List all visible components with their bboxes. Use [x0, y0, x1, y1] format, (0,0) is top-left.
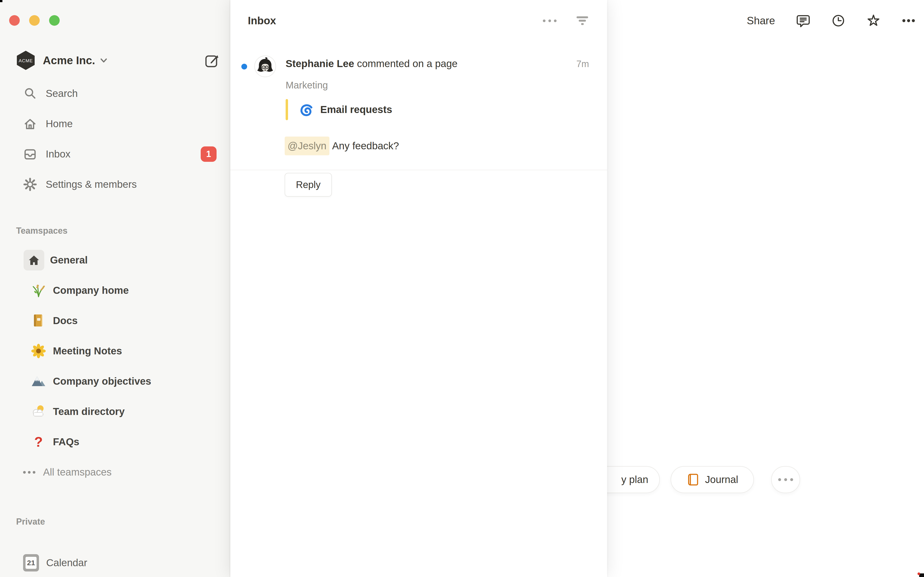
page-label: Meeting Notes: [53, 345, 122, 357]
inbox-panel: Inbox: [230, 0, 607, 577]
all-teamspaces-label: All teamspaces: [43, 466, 111, 478]
unread-indicator: [241, 64, 247, 69]
sun-cloud-icon: [31, 404, 46, 419]
recording-dot-artifact: [918, 572, 920, 575]
notification-divider: [230, 170, 607, 170]
page-item-meeting-notes[interactable]: Meeting Notes: [0, 336, 230, 366]
comments-button[interactable]: [796, 14, 810, 27]
rice-sheaf-icon: [31, 283, 46, 298]
timestamp: 7m: [576, 58, 589, 70]
teamspace-label: General: [50, 255, 87, 266]
house-icon: [24, 250, 44, 271]
notification-headline: Stephanie Lee commented on a page 7m: [286, 58, 589, 70]
teamspace-item-general[interactable]: General: [0, 245, 230, 275]
all-teamspaces-button[interactable]: All teamspaces: [0, 457, 230, 487]
more-pages-button[interactable]: [771, 466, 800, 493]
ellipsis-icon: [543, 19, 557, 22]
private-list: 21 Calendar: [0, 548, 230, 577]
new-page-button[interactable]: [204, 52, 220, 68]
filter-icon: [576, 15, 588, 27]
page-item-faqs[interactable]: ? FAQs: [0, 427, 230, 457]
sidebar-item-label: Search: [46, 88, 78, 99]
star-icon: [866, 13, 880, 28]
history-button[interactable]: [831, 14, 845, 27]
minimize-window-button[interactable]: [29, 15, 40, 26]
favorite-button[interactable]: [866, 14, 880, 27]
actor-name: Stephanie Lee: [286, 58, 354, 70]
workspace-switcher[interactable]: ACME Acme Inc.: [15, 49, 199, 71]
notification-context: Marketing: [286, 80, 328, 91]
window-controls: [9, 15, 60, 26]
page-label: Calendar: [46, 557, 87, 569]
quoted-page-block: Email requests: [286, 99, 392, 120]
gear-icon: [23, 177, 37, 191]
svg-text:ACME: ACME: [19, 58, 33, 63]
inbox-icon: [23, 147, 37, 161]
sidebar-item-label: Inbox: [46, 148, 71, 160]
more-options-button[interactable]: [901, 14, 916, 27]
journal-pill-label: Journal: [705, 474, 738, 485]
action-text: commented on a page: [354, 58, 458, 70]
mountain-icon: [31, 374, 46, 389]
sidebar-item-label: Settings & members: [46, 179, 137, 190]
sidebar-nav: Search Home Inbox 1: [0, 78, 230, 200]
sidebar-item-home[interactable]: Home: [0, 109, 230, 139]
ellipsis-icon: [23, 471, 36, 474]
cyclone-icon: [299, 102, 314, 117]
journal-page-pill[interactable]: Journal: [670, 466, 754, 493]
notebook-icon: [31, 313, 46, 329]
comment-icon: [796, 14, 810, 27]
app-window: ACME Acme Inc. Search: [0, 0, 924, 577]
ellipsis-icon: [778, 478, 781, 481]
inbox-panel-header: Inbox: [248, 11, 589, 30]
sidebar-item-search[interactable]: Search: [0, 78, 230, 109]
plan-pill-label: y plan: [621, 474, 648, 485]
compose-icon: [205, 53, 220, 68]
workspace-logo-icon: ACME: [15, 50, 36, 71]
quote-bar: [286, 99, 288, 120]
zoom-window-button[interactable]: [49, 15, 60, 26]
page-label: Company objectives: [53, 376, 151, 387]
calendar-icon: 21: [23, 554, 39, 572]
private-section-label: Private: [16, 517, 45, 527]
page-label: FAQs: [53, 436, 79, 448]
teamspaces-list: General: [0, 245, 230, 487]
page-item-docs[interactable]: Docs: [0, 306, 230, 336]
sidebar-item-settings[interactable]: Settings & members: [0, 169, 230, 200]
teamspaces-section-label: Teamspaces: [16, 226, 67, 236]
sidebar-item-inbox[interactable]: Inbox 1: [0, 139, 230, 169]
orange-book-icon: [686, 473, 700, 486]
sidebar-item-label: Home: [46, 118, 73, 130]
page-label: Docs: [53, 315, 78, 327]
inbox-filter-button[interactable]: [575, 14, 589, 27]
inbox-unread-badge: 1: [201, 147, 216, 162]
sunflower-icon: [31, 343, 46, 359]
search-icon: [23, 87, 37, 100]
page-label: Team directory: [53, 406, 124, 417]
chevron-down-icon: [100, 57, 108, 64]
topbar-actions: Share: [747, 10, 916, 32]
question-mark-icon: ?: [31, 434, 46, 450]
page-item-calendar[interactable]: 21 Calendar: [0, 548, 230, 577]
inbox-more-button[interactable]: [543, 14, 556, 27]
reply-button[interactable]: Reply: [285, 173, 332, 197]
workspace-name: Acme Inc.: [43, 54, 95, 67]
page-item-company-home[interactable]: Company home: [0, 275, 230, 306]
close-window-button[interactable]: [9, 15, 20, 26]
comment-text: Any feedback?: [330, 137, 399, 154]
quoted-page-title: Email requests: [320, 104, 392, 115]
ellipsis-icon: [901, 14, 916, 27]
page-item-company-objectives[interactable]: Company objectives: [0, 366, 230, 396]
mention-chip: @Jeslyn: [285, 137, 330, 155]
inbox-panel-title: Inbox: [248, 15, 276, 27]
home-icon: [23, 117, 37, 131]
clock-icon: [831, 14, 845, 27]
avatar: [254, 55, 276, 77]
comment-message: @Jeslyn Any feedback?: [285, 137, 399, 155]
page-item-team-directory[interactable]: Team directory: [0, 396, 230, 427]
sidebar: ACME Acme Inc. Search: [0, 0, 230, 577]
page-label: Company home: [53, 285, 129, 296]
screen-corner-artifact: [0, 0, 2, 2]
share-button[interactable]: Share: [747, 15, 775, 27]
